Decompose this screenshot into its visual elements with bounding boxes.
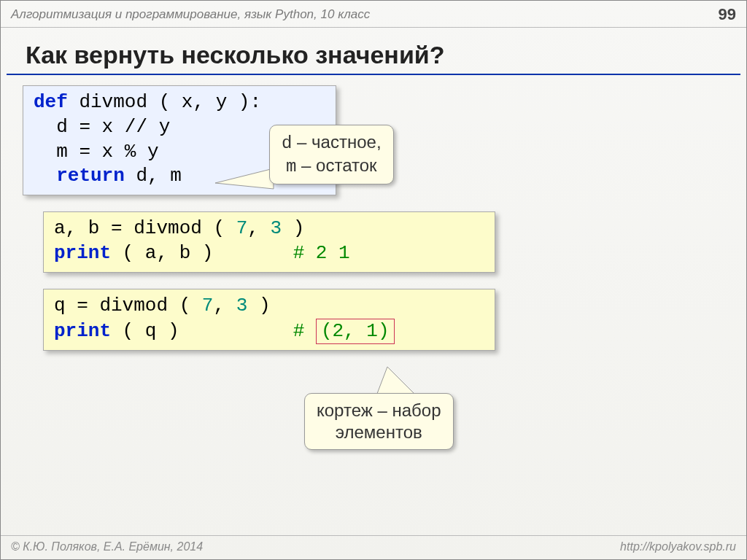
footer-url: http://kpolyakov.spb.ru <box>620 540 736 553</box>
footer-copyright: © К.Ю. Поляков, Е.А. Ерёмин, 2014 <box>11 540 203 553</box>
code-block-unpack: a, b = divmod ( 7, 3 ) print ( a, b ) # … <box>43 211 495 273</box>
callout-divmod-explain: d – частное, m – остаток <box>269 125 394 184</box>
keyword-return: return <box>34 165 125 187</box>
slide-title: Как вернуть несколько значений? <box>7 28 740 75</box>
content-area: def divmod ( x, y ): d = x // y m = x % … <box>1 75 746 351</box>
keyword-print: print <box>54 320 111 342</box>
tuple-highlight: (2, 1) <box>316 319 395 345</box>
header-bar: Алгоритмизация и программирование, язык … <box>1 1 746 28</box>
footer-bar: © К.Ю. Поляков, Е.А. Ерёмин, 2014 http:/… <box>1 535 746 559</box>
svg-marker-0 <box>215 168 274 189</box>
code-block-tuple: q = divmod ( 7, 3 ) print ( q ) # (2, 1) <box>43 289 495 351</box>
comment-result: # 2 1 <box>293 242 350 264</box>
keyword-print: print <box>54 242 111 264</box>
callout-tuple-explain: кортеж – набор элементов <box>304 393 454 450</box>
keyword-def: def <box>34 91 68 113</box>
header-subject: Алгоритмизация и программирование, язык … <box>11 7 370 22</box>
page-number: 99 <box>719 5 736 24</box>
